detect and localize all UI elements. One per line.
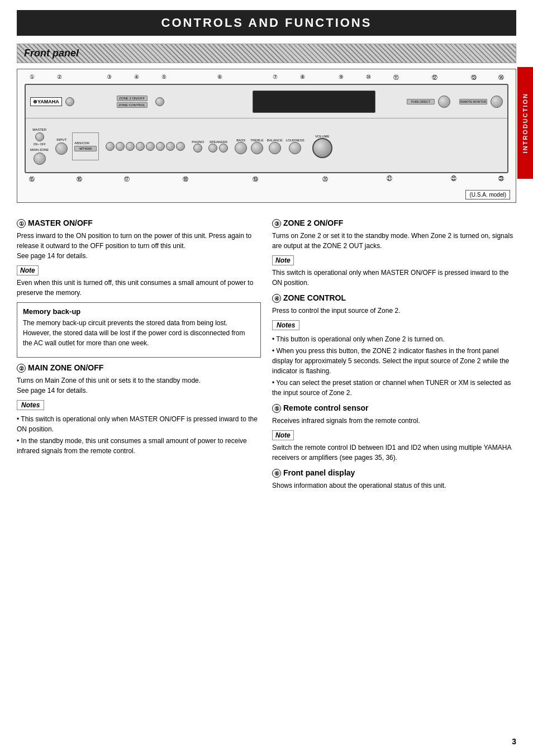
callout-19: ⑲ [251, 175, 260, 183]
section-2-heading: ② MAIN ZONE ON/OFF [17, 363, 261, 373]
callout-22: ㉒ [449, 175, 458, 183]
input-knob [55, 142, 68, 155]
callout-23: ㉓ [497, 175, 506, 183]
memory-backup-box: Memory back-up The memory back-up circui… [17, 302, 261, 358]
notes-4-item-1: This button is operational only when Zon… [272, 334, 516, 344]
circled-1: ① [17, 219, 26, 228]
section-master-onoff: ① MASTER ON/OFF Press inward to the ON p… [17, 218, 261, 358]
note-1-label: Note [17, 265, 39, 275]
callout-1: ① [27, 74, 36, 82]
notes-2-label: Notes [17, 400, 44, 410]
section-main-zone: ② MAIN ZONE ON/OFF Turns on Main Zone of… [17, 363, 261, 456]
section-4-title: ZONE CONTROL [283, 293, 346, 302]
callout-8: ⑧ [298, 74, 307, 82]
note-5-body: Switch the remote control ID between ID1… [272, 443, 516, 463]
section-5-body: Receives infrared signals from the remot… [272, 416, 516, 426]
page-number: 3 [512, 737, 516, 746]
section-zone2: ③ ZONE 2 ON/OFF Turns on Zone 2 or set i… [272, 218, 516, 288]
note-3-body: This switch is operational only when MAS… [272, 268, 516, 288]
zone-knob [155, 97, 164, 106]
section-1-title: MASTER ON/OFF [28, 218, 93, 227]
intro-sidebar-label: INTRODUCTION [522, 93, 529, 153]
track-4 [136, 142, 145, 151]
section-1-body: Press inward to the ON position to turn … [17, 231, 261, 261]
callout-6: ⑥ [215, 74, 224, 82]
spk-b [219, 144, 228, 153]
callout-12: ⑫ [430, 74, 439, 82]
section-front-display: ⑥ Front panel display Shows information … [272, 468, 516, 491]
section-zone-ctrl: ④ ZONE CONTROL Press to control the inpu… [272, 293, 516, 398]
yamaha-logo: ⊛YAMAHA [30, 97, 62, 106]
intro-sidebar: INTRODUCTION [517, 67, 533, 179]
circled-4: ④ [272, 294, 281, 303]
notes-4-label: Notes [272, 320, 299, 330]
track-1 [106, 142, 115, 151]
callout-16: ⑯ [75, 175, 84, 183]
spk-a [208, 144, 217, 153]
notes-2-item-2: In the standby mode, this unit consumes … [17, 436, 261, 456]
track-8 [176, 142, 185, 151]
section-6-title: Front panel display [283, 468, 355, 477]
section-2-body: Turns on Main Zone of this unit or sets … [17, 375, 261, 396]
note-1-body: Even when this unit is turned off, this … [17, 278, 261, 298]
section-3-title: ZONE 2 ON/OFF [283, 218, 343, 227]
device-bottom: MASTER ON • OFF MAIN ZONE INPUT ABS/CDR … [26, 118, 507, 174]
page-title: CONTROLS AND FUNCTIONS [17, 10, 516, 36]
front-display [253, 91, 375, 113]
track-6 [156, 142, 165, 151]
section-3-heading: ③ ZONE 2 ON/OFF [272, 218, 516, 228]
callout-9: ⑨ [337, 74, 346, 82]
callout-numbers-bottom: ⑮ ⑯ ⑰ ⑱ ⑲ ⑳ ㉑ ㉒ ㉓ [22, 173, 511, 183]
zone2-btn: ZONE 2 ON/OFF [117, 96, 147, 101]
monitor-btn: REMOTE MONITOR [459, 99, 487, 104]
device-top: ⊛YAMAHA ZONE 2 ON/OFF ZONE CONTROL PURE … [26, 85, 507, 118]
monitor-knob [491, 96, 503, 108]
track-7 [166, 142, 175, 151]
section-4-heading: ④ ZONE CONTROL [272, 293, 516, 303]
device-illustration: ⊛YAMAHA ZONE 2 ON/OFF ZONE CONTROL PURE … [25, 84, 508, 173]
notes-4-item-3: You can select the preset station or cha… [272, 378, 516, 398]
usa-model-label: (U.S.A. model) [465, 190, 510, 199]
bass-knob [235, 142, 247, 154]
section-remote-sensor: ⑤ Remote control sensor Receives infrare… [272, 403, 516, 463]
phono-knob [193, 144, 202, 153]
notes-4-list: This button is operational only when Zon… [272, 334, 516, 398]
section-4-body: Press to control the input source of Zon… [272, 306, 516, 316]
front-panel-header: Front panel [17, 44, 516, 63]
diagram-area: ① ② ③ ④ ⑤ ⑥ ⑦ ⑧ ⑨ ⑩ ⑪ ⑫ ⑬ ⑭ ⊛YAMAHA ZONE… [17, 69, 516, 203]
treble-knob [251, 142, 263, 154]
left-column: ① MASTER ON/OFF Press inward to the ON p… [17, 213, 261, 496]
callout-11: ⑪ [392, 74, 401, 82]
notes-4-item-2: When you press this button, the ZONE 2 i… [272, 346, 516, 376]
pure-direct-knob [438, 96, 450, 108]
track-2 [116, 142, 125, 151]
content-area: ① MASTER ON/OFF Press inward to the ON p… [17, 213, 516, 496]
callout-5: ⑤ [160, 74, 169, 82]
circled-6: ⑥ [272, 469, 281, 478]
master-vol-knob [35, 132, 44, 141]
callout-10: ⑩ [364, 74, 373, 82]
note-5-label: Note [272, 430, 294, 440]
callout-4: ④ [132, 74, 141, 82]
callout-3: ③ [104, 74, 113, 82]
memory-backup-title: Memory back-up [23, 307, 255, 316]
track-3 [126, 142, 135, 151]
section-1-heading: ① MASTER ON/OFF [17, 218, 261, 228]
callout-20: ⑳ [321, 175, 330, 183]
callout-17: ⑰ [122, 175, 131, 183]
section-5-heading: ⑤ Remote control sensor [272, 403, 516, 413]
notes-2-item-1: This switch is operational only when MAS… [17, 414, 261, 434]
right-column: ③ ZONE 2 ON/OFF Turns on Zone 2 or set i… [272, 213, 516, 496]
callout-numbers-top: ① ② ③ ④ ⑤ ⑥ ⑦ ⑧ ⑨ ⑩ ⑪ ⑫ ⑬ ⑭ [22, 74, 511, 82]
callout-21: ㉑ [385, 175, 394, 183]
section-6-body: Shows information about the operational … [272, 481, 516, 491]
callout-14: ⑭ [497, 74, 506, 82]
circled-2: ② [17, 364, 26, 373]
section-5-title: Remote control sensor [283, 403, 368, 412]
callout-2: ② [55, 74, 64, 82]
memory-backup-body: The memory back-up circuit prevents the … [23, 318, 255, 348]
main-zone-knob [34, 153, 46, 165]
section-2-title: MAIN ZONE ON/OFF [28, 363, 103, 372]
track-5 [146, 142, 155, 151]
section-3-body: Turns on Zone 2 or set it to the standby… [272, 231, 516, 251]
